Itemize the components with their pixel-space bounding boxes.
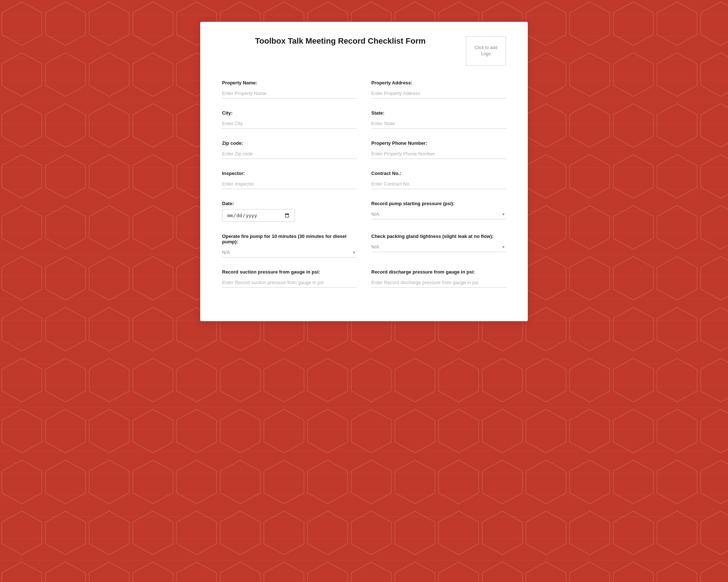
inspector-contract-row: Inspector: Contract No.:: [222, 171, 506, 189]
phone-label: Property Phone Number:: [371, 140, 506, 146]
page-wrapper: Toolbox Talk Meeting Record Checklist Fo…: [200, 22, 528, 321]
zip-label: Zip code:: [222, 140, 357, 146]
pump-pressure-field: Record pump starting pressure (psi): N/A: [371, 201, 506, 222]
pump-pressure-select[interactable]: N/A: [371, 209, 506, 219]
zip-input[interactable]: [222, 149, 357, 159]
contract-input[interactable]: [371, 179, 506, 189]
date-pump-row: Date: Record pump starting pressure (psi…: [222, 201, 506, 222]
pump-pressure-select-wrapper: N/A: [371, 209, 506, 219]
fire-pump-label: Operate fire pump for 10 minutes (30 min…: [222, 234, 357, 244]
property-name-label: Property Name:: [222, 80, 357, 85]
suction-pressure-field: Record suction pressure from gauge in ps…: [222, 269, 357, 288]
suction-discharge-row: Record suction pressure from gauge in ps…: [222, 269, 506, 288]
fire-pump-select-wrapper: N/A: [222, 247, 357, 258]
contract-field: Contract No.:: [371, 171, 506, 189]
inspector-field: Inspector:: [222, 171, 357, 189]
property-address-field: Property Address:: [371, 80, 506, 99]
property-address-label: Property Address:: [371, 80, 506, 85]
zip-phone-row: Zip code: Property Phone Number:: [222, 140, 506, 159]
form-container: Toolbox Talk Meeting Record Checklist Fo…: [200, 22, 528, 321]
suction-pressure-input[interactable]: [222, 278, 357, 288]
contract-label: Contract No.:: [371, 171, 506, 176]
inspector-input[interactable]: [222, 179, 357, 189]
city-field: City:: [222, 110, 357, 129]
date-input[interactable]: [222, 209, 295, 222]
state-input[interactable]: [371, 119, 506, 129]
discharge-pressure-label: Record discharge pressure from gauge in …: [371, 269, 506, 275]
pump-pressure-label: Record pump starting pressure (psi):: [371, 201, 506, 206]
fire-pump-field: Operate fire pump for 10 minutes (30 min…: [222, 234, 357, 258]
form-header: Toolbox Talk Meeting Record Checklist Fo…: [222, 36, 506, 65]
phone-input[interactable]: [371, 149, 506, 159]
packing-gland-select-wrapper: N/A: [371, 242, 506, 252]
city-label: City:: [222, 110, 357, 116]
state-field: State:: [371, 110, 506, 129]
discharge-pressure-field: Record discharge pressure from gauge in …: [371, 269, 506, 288]
property-row: Property Name: Property Address:: [222, 80, 506, 99]
fire-pump-select[interactable]: N/A: [222, 247, 357, 258]
state-label: State:: [371, 110, 506, 116]
form-title: Toolbox Talk Meeting Record Checklist Fo…: [255, 36, 426, 46]
inspector-label: Inspector:: [222, 171, 357, 176]
form-title-area: Toolbox Talk Meeting Record Checklist Fo…: [222, 36, 466, 46]
property-address-input[interactable]: [371, 88, 506, 99]
city-input[interactable]: [222, 119, 357, 129]
suction-pressure-label: Record suction pressure from gauge in ps…: [222, 269, 357, 275]
date-field: Date:: [222, 201, 357, 222]
date-label: Date:: [222, 201, 357, 206]
discharge-pressure-input[interactable]: [371, 278, 506, 288]
property-name-input[interactable]: [222, 88, 357, 99]
packing-gland-field: Check packing gland tightness (slight le…: [371, 234, 506, 258]
zip-field: Zip code:: [222, 140, 357, 159]
city-state-row: City: State:: [222, 110, 506, 129]
fire-pump-gland-row: Operate fire pump for 10 minutes (30 min…: [222, 234, 506, 258]
packing-gland-label: Check packing gland tightness (slight le…: [371, 234, 506, 239]
packing-gland-select[interactable]: N/A: [371, 242, 506, 252]
phone-field: Property Phone Number:: [371, 140, 506, 159]
logo-placeholder[interactable]: Click to add Logo: [466, 36, 506, 65]
property-name-field: Property Name:: [222, 80, 357, 99]
